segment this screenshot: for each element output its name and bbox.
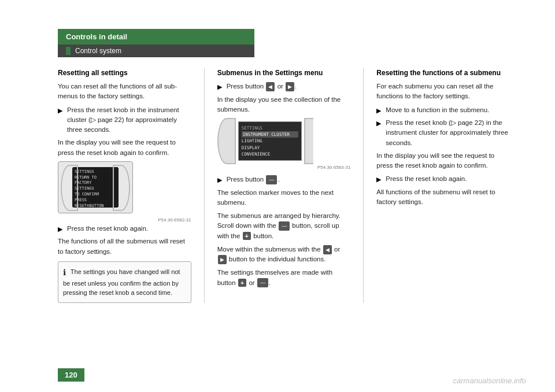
display-text-1: In the display you will see the request …	[58, 138, 191, 158]
cluster-label-1: P54.30-6582-31	[58, 217, 191, 224]
cluster-screen-1: SETTINGS RETURN TO FACTORY SETTINGS TO C…	[72, 167, 119, 208]
bullet-item-5: ▶ Move to a function in the submenu.	[376, 105, 510, 116]
col3-result: All functions of the submenu will reset …	[376, 187, 510, 208]
divider-2	[363, 68, 364, 303]
col1-intro: You can reset all the functions of all s…	[58, 82, 191, 102]
btn-nav-left2-icon: ◀	[323, 245, 332, 254]
speedometer-left	[61, 165, 78, 211]
header-title: Controls in detail	[66, 32, 127, 41]
arrow-icon-3: ▶	[217, 82, 223, 92]
btn-nav-right2-icon: ▶	[218, 255, 227, 264]
col2-hierarchy: The submenus are arranged by hierarchy. …	[217, 211, 351, 241]
btn-nav-right-icon: ▶	[286, 82, 294, 91]
btn-minus2-icon: —	[279, 221, 290, 231]
bullet-text-7: Press the reset knob again.	[386, 174, 510, 184]
bullet-text-4: Press button —.	[227, 175, 351, 185]
arrow-icon-1: ▶	[58, 106, 64, 135]
arrow-icon-6: ▶	[376, 119, 382, 148]
btn-minus-icon: —	[266, 175, 277, 184]
speedometer-right	[113, 165, 130, 211]
col2-move: Move within the submenus with the ◀ or ▶…	[217, 245, 351, 265]
bullet-text-2: Press the reset knob again.	[67, 224, 191, 234]
arrow-icon-2: ▶	[58, 224, 64, 234]
arrow-icon-4: ▶	[217, 175, 223, 185]
subheader-title: Control system	[75, 47, 121, 55]
bullet-item-1: ▶ Press the reset knob in the instrument…	[58, 105, 191, 135]
col2-selection-text: The selection marker moves to the next s…	[217, 188, 351, 208]
info-text: The settings you have changed will not b…	[63, 268, 180, 296]
bullet-item-2: ▶ Press the reset knob again.	[58, 224, 191, 234]
cluster-image-2-wrapper: SETTINGS INSTRUMENT CLUSTER LIGHTING DIS…	[217, 118, 351, 171]
cluster-label-2: P54.30-6583-31	[217, 164, 351, 171]
settings-screen-2: SETTINGS INSTRUMENT CLUSTER LIGHTING DIS…	[238, 121, 302, 161]
col2-settings-made: The settings themselves are made with bu…	[217, 268, 351, 288]
arrow-icon-7: ▶	[376, 175, 382, 184]
arrow-icon-5: ▶	[376, 106, 382, 116]
speedometer-arc-left-2	[217, 118, 236, 164]
watermark: carmanualsonline.info	[453, 376, 526, 385]
btn-plus2-icon: +	[238, 279, 246, 287]
col1-result: The functions of all the submenus will r…	[58, 236, 191, 257]
bullet-text-5: Move to a function in the submenu.	[386, 105, 510, 116]
info-box: The settings you have changed will not b…	[58, 261, 191, 303]
col3-title: Resetting the functions of a submenu	[376, 68, 510, 78]
divider-1	[204, 68, 205, 303]
bullet-text-6: Press the reset knob (▷ page 22) in the …	[386, 118, 510, 148]
btn-nav-left-icon: ◀	[266, 82, 275, 91]
col-reset-submenu: Resetting the functions of a submenu For…	[366, 68, 520, 303]
bullet-text-3: Press button ◀ or ▶.	[227, 82, 351, 92]
btn-minus3-icon: —	[257, 278, 268, 287]
col-reset-all: Resetting all settings You can reset all…	[58, 68, 202, 303]
bullet-item-6: ▶ Press the reset knob (▷ page 22) in th…	[376, 118, 510, 148]
col3-request-text: In the display you will see the request …	[376, 151, 510, 171]
col3-intro: For each submenu you can reset all the f…	[376, 82, 510, 102]
bullet-text-1: Press the reset knob in the instrument c…	[67, 105, 191, 135]
bullet-item-4: ▶ Press button —.	[217, 175, 351, 185]
cluster-image-1: SETTINGS RETURN TO FACTORY SETTINGS TO C…	[58, 161, 133, 213]
bullet-item-3: ▶ Press button ◀ or ▶.	[217, 82, 351, 92]
speedometer-arc-right-2	[304, 118, 313, 164]
header-bar: Controls in detail	[58, 29, 254, 45]
subheader-bar: Control system	[58, 45, 254, 57]
btn-plus-icon: +	[243, 232, 251, 240]
col1-title: Resetting all settings	[58, 68, 191, 78]
col2-display-text: In the display you see the collection of…	[217, 95, 351, 115]
cluster-image-2-row: SETTINGS INSTRUMENT CLUSTER LIGHTING DIS…	[217, 118, 351, 164]
col-submenus: Submenus in the Settings menu ▶ Press bu…	[207, 68, 361, 303]
page-number: 120	[58, 368, 84, 382]
col2-title: Submenus in the Settings menu	[217, 68, 351, 78]
bullet-item-7: ▶ Press the reset knob again.	[376, 174, 510, 184]
